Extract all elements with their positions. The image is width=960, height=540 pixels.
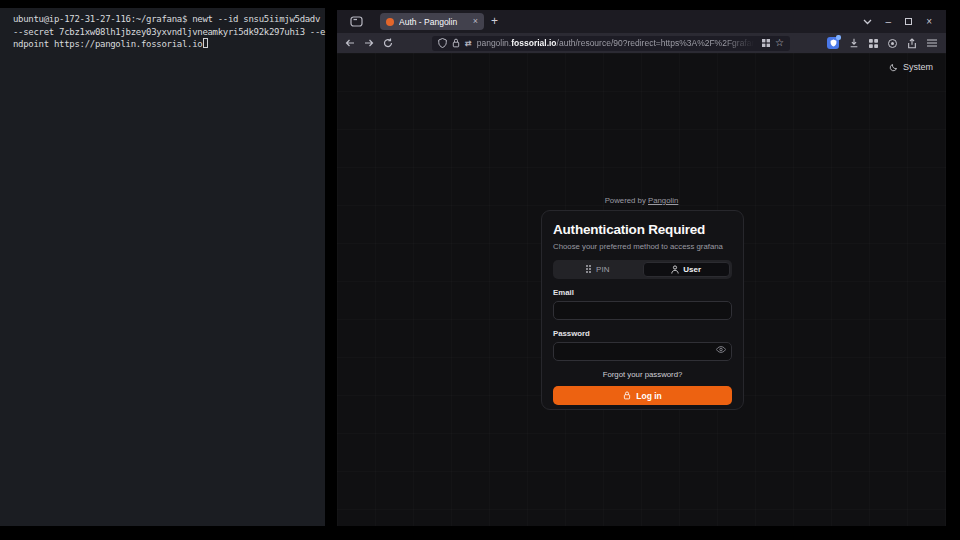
- login-button[interactable]: Log in: [553, 386, 732, 405]
- forgot-password-link[interactable]: Forgot your password?: [553, 370, 732, 379]
- email-field[interactable]: [553, 301, 732, 320]
- keypad-icon: [586, 265, 592, 274]
- tab-close-icon[interactable]: ×: [473, 17, 478, 26]
- pangolin-favicon-icon: [386, 18, 394, 26]
- url-bar[interactable]: ⇄ pangolin.fossorial.io/auth/resource/90…: [432, 36, 790, 51]
- list-tabs-chevron-icon[interactable]: [863, 19, 872, 25]
- new-tab-button[interactable]: +: [491, 14, 498, 28]
- hamburger-menu-icon[interactable]: [927, 39, 937, 47]
- powered-by: Powered by Pangolin: [337, 196, 946, 205]
- tab-pin-label: PIN: [596, 265, 609, 274]
- password-wrap: [553, 338, 732, 361]
- browser-window: Auth - Pangolin × + – ×: [337, 10, 946, 526]
- tab-pin[interactable]: PIN: [555, 262, 641, 277]
- terminal-line: ndpoint https://pangolin.fossorial.io: [13, 38, 321, 51]
- window-minimize-button[interactable]: –: [886, 18, 892, 26]
- url-path: /auth/resource/90?redirect=https%3A%2F%2…: [557, 38, 757, 48]
- window-controls: – ×: [863, 17, 946, 27]
- login-lock-icon: [623, 391, 631, 400]
- user-icon: [671, 265, 679, 274]
- window-close-button[interactable]: ×: [926, 17, 932, 27]
- powered-by-text: Powered by: [605, 196, 646, 205]
- theme-toggle[interactable]: System: [889, 62, 933, 72]
- password-label: Password: [553, 329, 732, 338]
- auth-card-subtitle: Choose your preferred method to access g…: [553, 242, 732, 251]
- moon-icon: [889, 63, 898, 72]
- url-subdomain: pangolin.: [477, 38, 512, 48]
- theme-toggle-label: System: [903, 62, 933, 72]
- permissions-swap-icon[interactable]: ⇄: [465, 39, 472, 48]
- password-field[interactable]: [553, 342, 732, 361]
- toolbar-extensions-area: [827, 37, 938, 49]
- page-action-grid-icon[interactable]: [762, 39, 770, 47]
- bookmark-star-icon[interactable]: ☆: [775, 38, 784, 48]
- record-circle-extension-icon[interactable]: [888, 39, 897, 48]
- url-domain: fossorial.io: [511, 38, 556, 48]
- browser-tab-auth-pangolin[interactable]: Auth - Pangolin ×: [380, 13, 484, 30]
- browser-tab-bar: Auth - Pangolin × + – ×: [337, 10, 946, 33]
- auth-card-title: Authentication Required: [553, 222, 732, 237]
- window-maximize-button[interactable]: [905, 18, 912, 25]
- terminal-cursor: [203, 38, 208, 48]
- terminal-line: ubuntu@ip-172-31-27-116:~/grafana$ newt …: [13, 13, 321, 26]
- terminal-line: --secret 7cbz1xw08lh1jbzey03yxvndljvneam…: [13, 26, 321, 39]
- share-upload-icon[interactable]: [907, 38, 917, 49]
- terminal-line-text: ndpoint https://pangolin.fossorial.io: [13, 39, 202, 49]
- login-button-label: Log in: [636, 391, 662, 401]
- reload-icon[interactable]: [383, 38, 393, 48]
- extensions-grid-icon[interactable]: [869, 39, 878, 48]
- https-lock-icon[interactable]: [452, 38, 460, 48]
- page-content: System Powered by Pangolin Authenticatio…: [337, 53, 946, 526]
- auth-method-tabs: PIN User: [553, 260, 732, 279]
- tab-user-label: User: [683, 265, 701, 274]
- auth-card: Authentication Required Choose your pref…: [541, 210, 744, 410]
- back-icon[interactable]: [345, 39, 355, 47]
- email-label: Email: [553, 288, 732, 297]
- tracking-shield-icon[interactable]: [438, 38, 447, 48]
- pangolin-link[interactable]: Pangolin: [648, 196, 678, 205]
- browser-toolbar: ⇄ pangolin.fossorial.io/auth/resource/90…: [337, 33, 946, 53]
- show-password-eye-icon[interactable]: [716, 346, 726, 353]
- tab-title: Auth - Pangolin: [399, 17, 468, 27]
- url-text[interactable]: pangolin.fossorial.io/auth/resource/90?r…: [477, 38, 757, 48]
- firefox-view-icon[interactable]: [350, 15, 363, 28]
- forward-icon[interactable]: [364, 39, 374, 47]
- downloads-icon[interactable]: [849, 38, 859, 48]
- tab-user[interactable]: User: [643, 262, 731, 277]
- terminal-window[interactable]: ubuntu@ip-172-31-27-116:~/grafana$ newt …: [0, 8, 325, 526]
- blue-shield-extension-icon[interactable]: [827, 37, 839, 49]
